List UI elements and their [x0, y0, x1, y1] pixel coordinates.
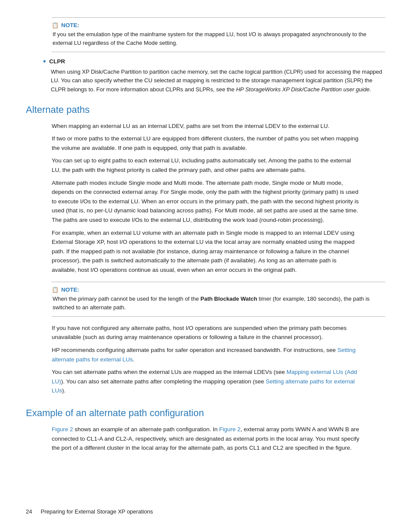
page-content: 📋 NOTE: If you set the emulation type of… — [0, 0, 411, 532]
after-note-para2: HP recommends configuring alternate path… — [52, 345, 359, 364]
example-heading: Example of an alternate path configurati… — [26, 408, 385, 419]
para2-suffix: . — [133, 356, 134, 363]
footer-title: Preparing for External Storage XP operat… — [40, 508, 153, 515]
note-text-1: If you set the emulation type of the mai… — [52, 30, 385, 47]
note-label-2: 📋 NOTE: — [52, 286, 385, 293]
note-label-1: 📋 NOTE: — [52, 22, 385, 28]
para3-mid: ). You can also set alternate paths afte… — [61, 378, 266, 385]
note-icon-1: 📋 — [52, 22, 59, 28]
clpr-content: When using XP Disk/Cache Partition to pa… — [51, 68, 385, 93]
footer-page-number: 24 — [26, 508, 32, 515]
example-para: Figure 2 shows an example of an alternat… — [52, 425, 359, 453]
clpr-bullet-label: • CLPR — [43, 57, 385, 65]
note-title-1: NOTE: — [61, 22, 79, 28]
alt-paths-para2: If two or more paths to the external LU … — [52, 134, 359, 152]
alt-paths-para5: For example, when an external LU volume … — [52, 228, 359, 275]
para2-prefix: HP recommends configuring alternate path… — [52, 347, 337, 353]
para3-prefix: You can set alternate paths when the ext… — [52, 369, 286, 375]
para3-suffix: ). — [62, 387, 65, 394]
page-footer: 24 Preparing for External Storage XP ope… — [26, 508, 385, 515]
note-title-2: NOTE: — [61, 286, 79, 293]
clpr-bullet: • CLPR When using XP Disk/Cache Partitio… — [43, 57, 385, 93]
alt-paths-para3: You can set up to eight paths to each ex… — [52, 156, 359, 174]
bullet-dot: • — [43, 57, 46, 65]
note-text-2: When the primary path cannot be used for… — [52, 295, 385, 312]
note-box-1: 📋 NOTE: If you set the emulation type of… — [52, 17, 385, 52]
clpr-label-text: CLPR — [49, 58, 65, 65]
alt-paths-para1: When mapping an external LU as an intern… — [52, 121, 359, 131]
note-box-2: 📋 NOTE: When the primary path cannot be … — [52, 282, 385, 317]
figure2-link-2[interactable]: Figure 2 — [219, 426, 241, 432]
note-icon-2: 📋 — [52, 286, 59, 293]
note2-text-part1: When the primary path cannot be used for… — [53, 296, 200, 302]
after-note-para1: If you have not configured any alternate… — [52, 324, 359, 342]
figure2-link-1[interactable]: Figure 2 — [52, 426, 73, 432]
after-note-para3: You can set alternate paths when the ext… — [52, 367, 359, 395]
note2-bold: Path Blockade Watch — [200, 296, 257, 302]
example-mid1: shows an example of an alternate path co… — [73, 426, 219, 432]
alternate-paths-heading: Alternate paths — [26, 104, 385, 115]
alt-paths-para4: Alternate path modes include Single mode… — [52, 178, 359, 225]
